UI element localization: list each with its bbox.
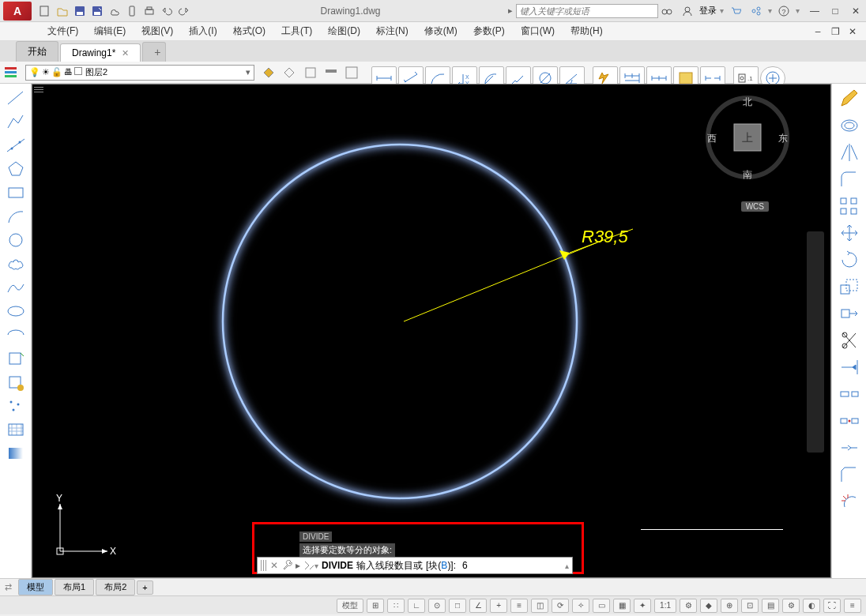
open-icon[interactable]	[55, 4, 70, 18]
revcloud-button[interactable]	[3, 253, 28, 275]
menu-view[interactable]: 视图(V)	[134, 24, 181, 38]
fillet-button[interactable]	[835, 167, 864, 191]
array-button[interactable]	[835, 194, 864, 218]
cart-icon[interactable]	[729, 4, 743, 18]
chevron-down-icon[interactable]: ▾	[246, 67, 250, 77]
snap-toggle[interactable]: ∷	[387, 599, 405, 613]
ellipse-arc-button[interactable]	[3, 324, 28, 346]
cycling-toggle[interactable]: ⟳	[552, 599, 569, 613]
layer-match-icon[interactable]	[322, 64, 341, 81]
expand-cmd-icon[interactable]: ▴	[565, 562, 569, 570]
app-logo[interactable]: A	[3, 2, 32, 21]
user-icon[interactable]	[680, 4, 695, 18]
gear-icon[interactable]: ⚙	[680, 599, 697, 613]
tab-model[interactable]: 模型	[18, 579, 53, 595]
undo-icon[interactable]	[160, 4, 174, 18]
wcs-badge[interactable]: WCS	[741, 201, 769, 212]
offset-button[interactable]	[835, 114, 864, 137]
tab-start[interactable]: 开始	[16, 41, 58, 62]
rectangle-button[interactable]	[3, 182, 28, 204]
trim-button[interactable]	[835, 329, 864, 352]
point-button[interactable]	[3, 395, 28, 417]
units-toggle[interactable]: ⊡	[741, 599, 759, 613]
line-button[interactable]	[3, 87, 28, 109]
chamfer-button[interactable]	[835, 463, 864, 486]
layer-prev-icon[interactable]	[302, 64, 321, 81]
isodraft-toggle[interactable]: ◆	[700, 599, 717, 613]
new-icon[interactable]	[38, 4, 52, 18]
add-tab-button[interactable]: +	[142, 42, 166, 62]
scale-button[interactable]	[835, 275, 864, 299]
explode-button[interactable]	[835, 490, 864, 513]
menu-edit[interactable]: 编辑(E)	[86, 24, 134, 38]
transparency-toggle[interactable]: ◫	[531, 599, 548, 613]
gradient-button[interactable]	[3, 442, 28, 464]
polyline-button[interactable]	[3, 111, 28, 133]
login-label[interactable]: 登录	[699, 5, 717, 17]
command-line[interactable]: ✕ ▸ ▾ DIVIDE 输入线段数目或 [块(B)]: 6 ▴	[257, 557, 573, 574]
doc-restore-button[interactable]: ❐	[828, 24, 842, 39]
otrack-toggle[interactable]: ∠	[469, 599, 487, 613]
help-icon[interactable]: ?	[777, 4, 791, 18]
close-button[interactable]: ✕	[849, 4, 863, 18]
osnap-toggle[interactable]: □	[449, 599, 466, 613]
menu-format[interactable]: 格式(O)	[225, 24, 273, 38]
mobile-icon[interactable]	[125, 4, 139, 18]
join-button[interactable]	[835, 436, 864, 460]
polar-toggle[interactable]: ⊙	[428, 599, 446, 613]
insert-block-button[interactable]	[3, 347, 28, 370]
view-cube[interactable]: 上 北 南 东 西	[704, 94, 791, 181]
menu-draw[interactable]: 绘图(D)	[320, 24, 368, 38]
arc-button[interactable]	[3, 205, 28, 227]
binoculars-icon[interactable]	[660, 4, 674, 18]
menu-window[interactable]: 窗口(W)	[513, 24, 563, 38]
annomon-toggle[interactable]: ⊕	[721, 599, 738, 613]
grip-handle-icon[interactable]	[261, 560, 267, 571]
scale-display[interactable]: 1:1	[654, 599, 676, 613]
workspace-toggle[interactable]: ⚙	[782, 599, 800, 613]
wrench-icon[interactable]	[281, 560, 292, 571]
qp-toggle[interactable]: ▤	[762, 599, 779, 613]
menu-file[interactable]: 文件(F)	[40, 24, 86, 38]
cleanscreen-toggle[interactable]: ⛶	[823, 599, 841, 613]
rotate-button[interactable]	[835, 248, 864, 272]
break-button[interactable]	[835, 409, 864, 433]
break-point-button[interactable]	[835, 382, 864, 406]
tab-drawing[interactable]: Drawing1* ✕	[60, 43, 141, 62]
layer-walk-icon[interactable]	[343, 64, 362, 81]
gizmo-toggle[interactable]: ✦	[634, 599, 651, 613]
share-icon[interactable]	[749, 4, 763, 18]
menu-help[interactable]: 帮助(H)	[563, 24, 611, 38]
move-button[interactable]	[835, 221, 864, 245]
menu-dimension[interactable]: 标注(N)	[368, 24, 416, 38]
model-badge[interactable]: 模型	[337, 599, 363, 613]
saveas-icon[interactable]	[90, 4, 104, 18]
tab-layout2[interactable]: 布局2	[96, 579, 135, 595]
mirror-button[interactable]	[835, 141, 864, 164]
hwaccel-toggle[interactable]: ◐	[803, 599, 820, 613]
pencil-button[interactable]	[835, 87, 864, 111]
navigation-bar[interactable]	[807, 231, 824, 453]
selection-toggle[interactable]: ▦	[613, 599, 631, 613]
layer-selector[interactable]: 💡 ☀ 🔓 🖶 图层2 ▾	[25, 65, 254, 81]
stretch-button[interactable]	[835, 302, 864, 325]
grid-toggle[interactable]: ⊞	[367, 599, 384, 613]
lwt-toggle[interactable]: ≡	[510, 599, 528, 613]
spline-button[interactable]	[3, 276, 28, 299]
circle-button[interactable]	[3, 229, 28, 251]
cloud-icon[interactable]	[107, 4, 122, 18]
doc-close-button[interactable]: ✕	[845, 24, 860, 39]
layer-state-icon[interactable]	[261, 64, 280, 81]
menu-insert[interactable]: 插入(I)	[181, 24, 224, 38]
redo-icon[interactable]	[177, 4, 191, 18]
maximize-button[interactable]: □	[828, 4, 842, 18]
doc-minimize-button[interactable]: –	[811, 24, 825, 39]
drawing-canvas[interactable]: R39,5 X Y 上 北 南 东 西 WCS DIVIDE 选择	[32, 84, 831, 578]
menu-modify[interactable]: 修改(M)	[416, 24, 465, 38]
tabs-chevron-icon[interactable]: ⇄	[5, 582, 12, 592]
dyn-toggle[interactable]: +	[490, 599, 507, 613]
xline-button[interactable]	[3, 134, 28, 156]
customize-button[interactable]: ≡	[844, 599, 861, 613]
hatch-button[interactable]	[3, 419, 28, 441]
menu-params[interactable]: 参数(P)	[465, 24, 513, 38]
